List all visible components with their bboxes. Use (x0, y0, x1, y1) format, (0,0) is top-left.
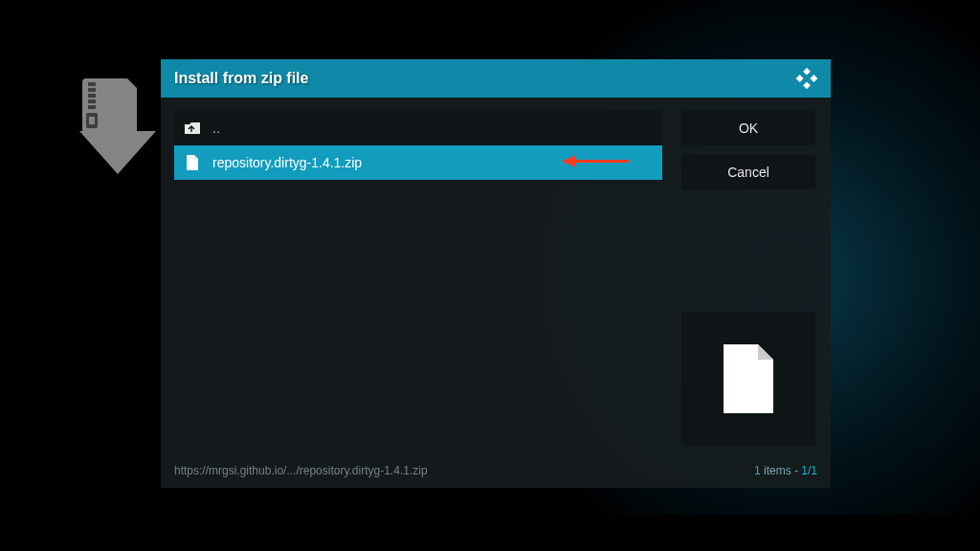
install-from-zip-dialog: Install from zip file (161, 59, 831, 488)
svg-rect-6 (86, 113, 98, 128)
svg-marker-13 (562, 156, 575, 167)
file-row-selected[interactable]: repository.dirtyg-1.4.1.zip (174, 145, 662, 180)
footer-path: https://mrgsi.github.io/.../repository.d… (174, 464, 428, 477)
kodi-logo-icon (796, 68, 817, 89)
zip-background-icon (75, 78, 161, 184)
dialog-header: Install from zip file (161, 59, 831, 98)
dialog-footer: https://mrgsi.github.io/.../repository.d… (161, 459, 831, 488)
ok-button[interactable]: OK (681, 111, 815, 145)
svg-rect-5 (88, 105, 96, 109)
bottom-bar (0, 515, 980, 551)
dialog-title: Install from zip file (174, 70, 308, 87)
svg-rect-11 (803, 81, 811, 89)
dialog-body: .. repository.dirtyg-1.4.1.zip (161, 98, 831, 459)
annotation-arrow-icon (562, 155, 629, 171)
svg-rect-9 (796, 75, 804, 82)
parent-directory-label: .. (212, 121, 220, 136)
svg-rect-1 (88, 82, 96, 86)
file-preview (681, 312, 815, 446)
file-icon (184, 154, 201, 171)
svg-rect-7 (89, 117, 95, 124)
file-preview-icon (720, 342, 777, 415)
cancel-button-label: Cancel (727, 165, 769, 180)
svg-rect-8 (803, 68, 811, 76)
svg-rect-10 (810, 75, 817, 82)
cancel-button[interactable]: Cancel (681, 155, 815, 189)
file-name-label: repository.dirtyg-1.4.1.zip (212, 155, 362, 170)
dialog-right-pane: OK Cancel (681, 111, 815, 446)
parent-directory-row[interactable]: .. (174, 111, 662, 145)
svg-rect-3 (88, 94, 96, 98)
svg-rect-2 (88, 88, 96, 92)
footer-item-count: 1 items - 1/1 (754, 464, 817, 477)
svg-rect-4 (88, 99, 96, 103)
file-list: .. repository.dirtyg-1.4.1.zip (174, 111, 662, 446)
svg-rect-0 (82, 78, 101, 134)
folder-up-icon (184, 120, 201, 137)
ok-button-label: OK (739, 121, 758, 136)
